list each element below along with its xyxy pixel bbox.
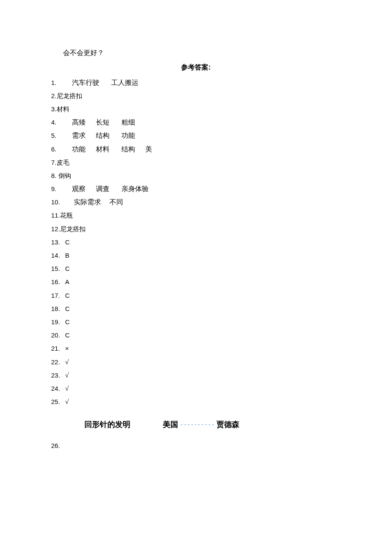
answer-part: 结构 [121,145,135,153]
answer-num: 17. [51,292,60,299]
answer-val: C [65,331,70,339]
answer-5: 5. 需求 结构 功能 [51,129,341,142]
answer-num: 14. [51,252,60,259]
answer-num: 21. [51,345,60,352]
answer-val: C [65,292,70,299]
answer-num: 6. [51,145,57,153]
answer-15: 15. C [51,262,341,275]
answer-21: 21. × [51,342,341,355]
answer-num: 4. [51,119,57,126]
answer-19: 19. C [51,315,341,328]
answer-18: 18. C [51,302,341,315]
answer-4: 4. 高矮 长短 粗细 [51,116,341,129]
answer-1: 1. 汽车行驶 工人搬运 [51,76,341,89]
answer-13: 13. C [51,235,341,249]
answer-val: √ [65,385,69,392]
answer-part: 高矮 [72,119,86,126]
answer-17: 17. C [51,289,341,302]
answer-text: 7.皮毛 [51,159,69,166]
answer-val: C [65,318,70,325]
answer-num: 25. [51,398,60,405]
answer-7: 7.皮毛 [51,156,341,169]
answer-num: 20. [51,331,60,339]
answer-num: 15. [51,265,60,272]
answer-part: 功能 [121,132,135,139]
answer-12: 12.尼龙搭扣 [51,222,341,235]
answer-num: 10. [51,198,60,206]
answer-num: 13. [51,238,60,246]
answer-val: C [65,238,70,246]
answer-20: 20. C [51,328,341,342]
answer-num: 19. [51,318,60,325]
answer-val: C [65,305,70,312]
answer-num: 9. [51,185,57,192]
answer-num: 26. [51,442,60,449]
answer-6: 6. 功能 材料 结构 美 [51,142,341,156]
answer-part: 粗细 [121,119,135,126]
answer-8: 8. 倒钩 [51,169,341,182]
diagram-left: 回形针的发明 [51,419,130,430]
answer-val: √ [65,358,69,366]
answer-val: √ [65,398,69,405]
diagram-dashes: - - - - - - - - - - [178,421,216,428]
answer-26-num: 26. [51,439,341,452]
answer-val: B [65,252,69,259]
diagram-mid: 美国 [163,419,178,430]
answer-header: 参考答案: [51,59,341,76]
answer-val: A [65,278,69,285]
answer-val: C [65,265,70,272]
answer-part: 长短 [96,119,110,126]
answer-14: 14. B [51,249,341,262]
answer-part: 调查 [96,185,110,192]
answer-num: 24. [51,385,60,392]
answer-part: 不同 [110,198,123,206]
answer-part: 需求 [72,132,86,139]
answer-text: 8. 倒钩 [51,172,71,179]
answer-part: 工人搬运 [111,79,138,86]
answer-part: 亲身体验 [121,185,149,192]
answer-text: 12.尼龙搭扣 [51,225,86,232]
answer-part: 美 [145,145,152,153]
answer-16: 16. A [51,275,341,288]
diagram-right: 贾德森 [216,419,239,430]
answer-part: 结构 [96,132,110,139]
answer-25: 25. √ [51,395,341,408]
answer-text: 11.花瓶 [51,212,73,219]
answer-3: 3.材料 [51,102,341,116]
answer-num: 23. [51,372,60,379]
answer-val: √ [65,372,69,379]
answer-10: 10. 实际需求 不同 [51,195,341,209]
answer-part: 功能 [72,145,86,153]
answer-2: 2.尼龙搭扣 [51,89,341,102]
pretext-line: 会不会更好？ [51,46,341,59]
answer-part: 材料 [96,145,110,153]
answer-num: 16. [51,278,60,285]
pretext: 会不会更好？ [63,49,104,56]
answer-part: 实际需求 [74,198,101,206]
answer-val: × [65,345,69,352]
answer-9: 9. 观察 调查 亲身体验 [51,182,341,195]
answer-text: 2.尼龙搭扣 [51,92,82,99]
answer-23: 23. √ [51,369,341,382]
answer-26-diagram: 回形针的发明 美国 - - - - - - - - - - 贾德森 [51,419,341,430]
answer-part: 汽车行驶 [72,79,99,86]
answer-text: 3.材料 [51,105,69,113]
answer-num: 18. [51,305,60,312]
answer-part: 观察 [72,185,86,192]
answer-num: 1. [51,79,57,86]
answer-11: 11.花瓶 [51,209,341,222]
answer-num: 5. [51,132,57,139]
answer-24: 24. √ [51,382,341,395]
answer-num: 22. [51,358,60,366]
answer-22: 22. √ [51,355,341,369]
